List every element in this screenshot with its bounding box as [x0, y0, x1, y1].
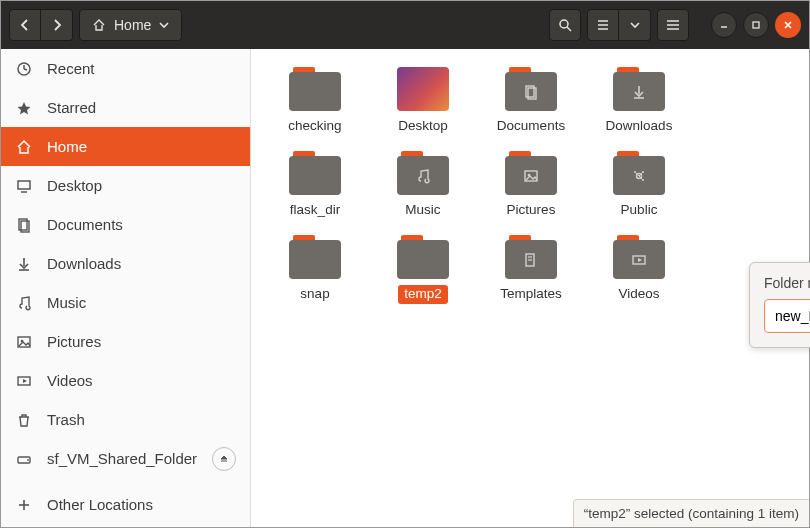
grid-item-snap[interactable]: snap: [261, 235, 369, 303]
folder-icon: [613, 67, 665, 111]
close-icon: [783, 20, 793, 30]
grid-item-label: flask_dir: [284, 201, 346, 219]
icon-grid[interactable]: checkingDesktopDocumentsDownloadsflask_d…: [251, 49, 809, 527]
grid-item-label: Desktop: [392, 117, 454, 135]
home-icon: [15, 138, 33, 156]
sidebar-item-trash[interactable]: Trash: [1, 400, 250, 439]
minimize-button[interactable]: [711, 12, 737, 38]
sidebar-item-label: Downloads: [47, 255, 236, 272]
headerbar: Home: [1, 1, 809, 49]
grid-item-desktop[interactable]: Desktop: [369, 67, 477, 135]
grid-item-public[interactable]: Public: [585, 151, 693, 219]
folder-icon: [505, 151, 557, 195]
sidebar-item-sf-vm-shared-folder[interactable]: sf_VM_Shared_Folder: [1, 439, 250, 478]
maximize-button[interactable]: [743, 12, 769, 38]
star-icon: [15, 99, 33, 117]
folder-name-input[interactable]: [764, 299, 810, 333]
minimize-icon: [719, 20, 729, 30]
svg-rect-15: [18, 181, 30, 189]
forward-button[interactable]: [41, 9, 73, 41]
sidebar-item-pictures[interactable]: Pictures: [1, 322, 250, 361]
music-icon: [15, 294, 33, 312]
status-bar: “temp2” selected (containing 1 item): [573, 499, 809, 527]
drive-icon: [15, 450, 33, 468]
folder-icon: [613, 151, 665, 195]
sidebar-item-label: Music: [47, 294, 236, 311]
back-button[interactable]: [9, 9, 41, 41]
grid-item-documents[interactable]: Documents: [477, 67, 585, 135]
desktop-icon: [15, 177, 33, 195]
grid-item-pictures[interactable]: Pictures: [477, 151, 585, 219]
folder-icon: [505, 235, 557, 279]
plus-icon: [15, 496, 33, 514]
hamburger-menu-button[interactable]: [657, 9, 689, 41]
grid-item-videos[interactable]: Videos: [585, 235, 693, 303]
grid-item-checking[interactable]: checking: [261, 67, 369, 135]
sidebar-item-label: Home: [47, 138, 236, 155]
folder-icon: [505, 67, 557, 111]
grid-item-downloads[interactable]: Downloads: [585, 67, 693, 135]
grid-item-music[interactable]: Music: [369, 151, 477, 219]
status-text: “temp2” selected (containing 1 item): [584, 506, 799, 521]
sidebar-item-label: Other Locations: [47, 496, 236, 513]
folder-icon: [289, 151, 341, 195]
videos-icon: [15, 372, 33, 390]
sidebar-item-documents[interactable]: Documents: [1, 205, 250, 244]
folder-icon: [289, 235, 341, 279]
sidebar-item-downloads[interactable]: Downloads: [1, 244, 250, 283]
folder-icon: [613, 235, 665, 279]
grid-item-temp2[interactable]: temp2: [369, 235, 477, 303]
folder-icon: [289, 67, 341, 111]
documents-icon: [15, 216, 33, 234]
body: RecentStarredHomeDesktopDocumentsDownloa…: [1, 49, 809, 527]
sidebar-item-recent[interactable]: Recent: [1, 49, 250, 88]
list-icon: [596, 19, 610, 31]
popover-title: Folder name: [764, 275, 810, 291]
sidebar-item-label: Desktop: [47, 177, 236, 194]
sidebar-item-desktop[interactable]: Desktop: [1, 166, 250, 205]
grid-item-label: snap: [294, 285, 335, 303]
sidebar-item-label: Starred: [47, 99, 236, 116]
caret-down-icon: [159, 21, 169, 29]
svg-point-25: [27, 459, 29, 461]
folder-icon: [397, 235, 449, 279]
list-view-button[interactable]: [587, 9, 619, 41]
search-button[interactable]: [549, 9, 581, 41]
sidebar-item-label: Documents: [47, 216, 236, 233]
grid-item-label: checking: [282, 117, 347, 135]
sidebar-item-starred[interactable]: Starred: [1, 88, 250, 127]
close-button[interactable]: [775, 12, 801, 38]
grid-item-label: Downloads: [600, 117, 679, 135]
desktop-wallpaper-icon: [397, 67, 449, 111]
sidebar: RecentStarredHomeDesktopDocumentsDownloa…: [1, 49, 251, 527]
chevron-right-icon: [52, 19, 62, 31]
file-manager-window: Home Recen: [0, 0, 810, 528]
caret-down-icon: [630, 21, 640, 29]
path-bar-home[interactable]: Home: [79, 9, 182, 41]
grid-item-flask-dir[interactable]: flask_dir: [261, 151, 369, 219]
pictures-icon: [15, 333, 33, 351]
maximize-icon: [751, 20, 761, 30]
home-icon: [92, 18, 106, 32]
svg-rect-9: [753, 22, 759, 28]
grid-item-label: Documents: [491, 117, 571, 135]
sidebar-item-other-locations[interactable]: Other Locations: [1, 485, 250, 524]
grid-item-templates[interactable]: Templates: [477, 235, 585, 303]
downloads-icon: [15, 255, 33, 273]
path-label: Home: [114, 17, 151, 33]
view-options-button[interactable]: [619, 9, 651, 41]
sidebar-item-videos[interactable]: Videos: [1, 361, 250, 400]
sidebar-item-music[interactable]: Music: [1, 283, 250, 322]
clock-icon: [15, 60, 33, 78]
nav-group: [9, 9, 73, 41]
rename-popover: Folder name Rename: [749, 262, 810, 348]
chevron-left-icon: [20, 19, 30, 31]
grid-item-label: Public: [615, 201, 664, 219]
sidebar-item-home[interactable]: Home: [1, 127, 250, 166]
main-content: checkingDesktopDocumentsDownloadsflask_d…: [251, 49, 809, 527]
sidebar-item-label: Pictures: [47, 333, 236, 350]
hamburger-icon: [666, 19, 680, 31]
grid-item-label: Videos: [612, 285, 665, 303]
eject-button[interactable]: [212, 447, 236, 471]
grid-item-label: temp2: [398, 285, 448, 303]
